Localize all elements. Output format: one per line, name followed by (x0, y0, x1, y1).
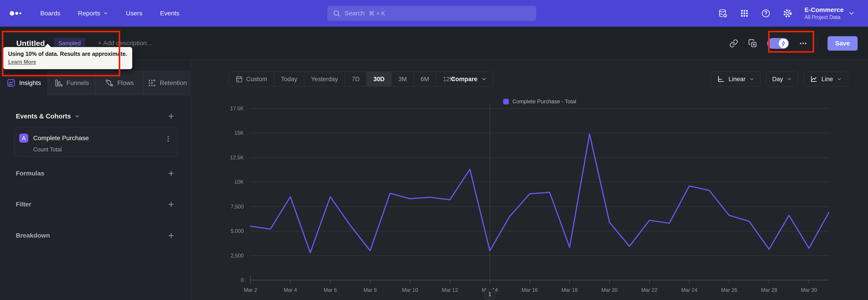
events-section-header: Events & Cohorts (16, 112, 175, 120)
add-filter-button[interactable] (167, 201, 175, 208)
y-tick-label: 15K (235, 130, 244, 136)
x-tick-label: Mar 4 (284, 287, 297, 293)
event-letter-badge: A (19, 133, 28, 143)
tab-label: Flows (117, 79, 134, 87)
retention-icon (148, 79, 156, 87)
report-actions: Save (729, 27, 858, 60)
section-label: Breakdown (16, 232, 50, 239)
learn-more-link[interactable]: Learn More (8, 59, 36, 65)
tab-retention[interactable]: Retention (144, 71, 191, 95)
project-selector[interactable]: E-Commerce All Project Data (804, 6, 855, 20)
sampling-toggle[interactable] (767, 38, 789, 49)
add-formulas-button[interactable] (167, 170, 175, 177)
section-label: Formulas (16, 170, 44, 177)
sampling-tooltip: Using 10% of data. Results are approxima… (3, 47, 132, 69)
flows-icon (105, 79, 114, 87)
help-icon[interactable] (761, 8, 771, 18)
chevron-down-icon[interactable] (74, 113, 80, 119)
logo-dots-icon (9, 10, 24, 17)
section-filter: Filter (16, 201, 175, 208)
x-tick-label: Mar 16 (522, 287, 538, 293)
add-breakdown-button[interactable] (167, 232, 175, 239)
report-type-tabs: InsightsFunnelsFlowsRetention (0, 71, 191, 95)
save-button[interactable]: Save (828, 36, 858, 51)
funnels-icon (54, 79, 63, 87)
search-icon (333, 9, 340, 17)
section-formulas: Formulas (16, 170, 175, 177)
nav-item-reports[interactable]: Reports (78, 10, 108, 17)
x-tick-label: Mar 8 (364, 287, 377, 293)
x-tick-label: Mar 2 (244, 287, 257, 293)
y-tick-label: 12.5K (230, 155, 244, 160)
section-breakdown: Breakdown (16, 232, 175, 239)
x-tick-label: Mar 28 (761, 287, 777, 293)
search-shortcut: ⌘ + K (369, 10, 385, 17)
add-description[interactable]: + Add description... (98, 39, 152, 47)
search-input[interactable]: Search ⌘ + K (327, 6, 536, 21)
x-tick-label: Mar 20 (601, 287, 618, 293)
y-tick-label: 7,500 (230, 204, 244, 210)
search-placeholder: Search (344, 10, 365, 17)
tab-label: Funnels (66, 79, 89, 87)
tab-flows[interactable]: Flows (96, 71, 144, 95)
y-tick-label: 10K (235, 179, 244, 185)
x-tick-label: Mar 6 (324, 287, 337, 293)
annotation-chip[interactable]: 1 (485, 289, 495, 299)
event-name: Complete Purchase (33, 134, 89, 142)
nav-item-events[interactable]: Events (160, 10, 180, 17)
x-tick-label: Mar 24 (681, 287, 698, 293)
x-tick-label: Mar 30 (801, 287, 817, 293)
tooltip-text: Using 10% of data. Results are approxima… (8, 51, 127, 57)
top-nav: BoardsReportsUsersEvents Search ⌘ + K E-… (0, 0, 868, 27)
nav-item-label: Reports (78, 10, 100, 17)
x-tick-label: Mar 12 (442, 287, 458, 293)
tab-insights[interactable]: Insights (0, 71, 48, 95)
tab-label: Retention (160, 79, 187, 87)
series-line (250, 134, 829, 253)
chevron-down-icon (848, 10, 855, 17)
x-tick-label: Mar 26 (721, 287, 737, 293)
events-section-title[interactable]: Events & Cohorts (16, 113, 71, 120)
event-metric[interactable]: Count Total (33, 146, 62, 153)
insights-icon (6, 79, 16, 88)
y-tick-label: 5,000 (230, 228, 244, 234)
chart-svg: 02,5005,0007,50010K12.5K15K17.5KMar 2Mar… (191, 60, 868, 300)
event-options-icon[interactable] (164, 135, 172, 143)
project-name: E-Commerce (804, 6, 844, 14)
report-title[interactable]: Untitled (16, 39, 45, 48)
y-tick-label: 0 (241, 277, 244, 283)
chart-panel: CustomTodayYesterday7D30D3M6M12M Compare… (191, 60, 868, 300)
add-event-button[interactable] (167, 112, 175, 120)
settings-gear-icon[interactable] (783, 8, 792, 18)
y-tick-label: 2,500 (230, 253, 244, 259)
project-scope: All Project Data (804, 14, 844, 21)
mixpanel-logo[interactable] (9, 10, 24, 17)
nav-menu: BoardsReportsUsersEvents (40, 10, 180, 17)
chevron-down-icon (103, 11, 108, 16)
apps-grid-icon[interactable] (740, 9, 749, 18)
event-card[interactable]: A Complete Purchase Count Total (14, 127, 178, 157)
nav-item-label: Users (126, 10, 143, 17)
data-management-icon[interactable] (718, 8, 727, 18)
x-tick-label: Mar 22 (641, 287, 657, 293)
nav-item-label: Events (160, 10, 180, 17)
tab-label: Insights (19, 79, 41, 87)
section-label: Filter (16, 201, 31, 208)
nav-item-boards[interactable]: Boards (40, 10, 60, 17)
lightning-bolt-icon (779, 39, 788, 48)
query-builder-sidebar: InsightsFunnelsFlowsRetention Events & C… (0, 60, 191, 300)
x-tick-label: Mar 18 (561, 287, 578, 293)
y-tick-label: 17.5K (230, 106, 244, 112)
share-link-icon[interactable] (729, 39, 738, 48)
nav-item-users[interactable]: Users (126, 10, 143, 17)
tab-funnels[interactable]: Funnels (48, 71, 96, 95)
nav-right-group: E-Commerce All Project Data (718, 0, 855, 27)
x-tick-label: Mar 10 (402, 287, 418, 293)
nav-item-label: Boards (40, 10, 60, 17)
copy-to-board-icon[interactable] (748, 39, 757, 48)
more-options-icon[interactable] (799, 39, 807, 48)
